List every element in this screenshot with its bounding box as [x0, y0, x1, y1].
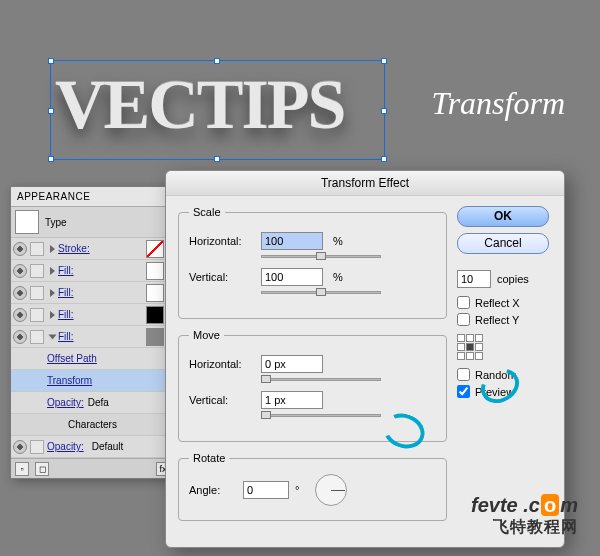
- move-vertical-input[interactable]: [261, 391, 323, 409]
- angle-dial[interactable]: [315, 474, 347, 506]
- dialog-title: Transform Effect: [166, 171, 564, 196]
- chevron-right-icon[interactable]: [50, 289, 55, 297]
- fill-swatch[interactable]: [146, 262, 164, 280]
- opacity-row-2[interactable]: Opacity: Default: [11, 436, 174, 458]
- fill-row-4[interactable]: Fill:: [11, 326, 174, 348]
- preview-label: Preview: [475, 386, 514, 398]
- fill-label[interactable]: Fill:: [58, 287, 74, 298]
- anchor-grid-icon[interactable]: [457, 334, 483, 360]
- copies-input[interactable]: [457, 270, 491, 288]
- visibility-icon[interactable]: [13, 264, 27, 278]
- type-swatch: [15, 210, 39, 234]
- percent-unit: %: [333, 271, 343, 283]
- chevron-right-icon[interactable]: [50, 311, 55, 319]
- watermark-sub: 飞特教程网: [471, 517, 578, 538]
- visibility-icon[interactable]: [13, 286, 27, 300]
- reflect-x-label: Reflect X: [475, 297, 520, 309]
- appearance-panel: APPEARANCE Type Stroke: Fill: Fill: Fill…: [10, 186, 175, 479]
- preview-row[interactable]: Preview: [457, 385, 552, 398]
- opacity-row[interactable]: Opacity: Defa: [11, 392, 174, 414]
- opacity-value: Default: [92, 441, 124, 452]
- chevron-right-icon[interactable]: [50, 267, 55, 275]
- characters-row[interactable]: Characters: [11, 414, 174, 436]
- reflect-y-row[interactable]: Reflect Y: [457, 313, 552, 326]
- type-label: Type: [45, 217, 67, 228]
- scale-vertical-input[interactable]: [261, 268, 323, 286]
- reflect-y-label: Reflect Y: [475, 314, 519, 326]
- move-horizontal-slider[interactable]: [261, 375, 381, 385]
- scale-horizontal-label: Horizontal:: [189, 235, 261, 247]
- move-legend: Move: [189, 329, 224, 341]
- reflect-x-row[interactable]: Reflect X: [457, 296, 552, 309]
- fill-row-3[interactable]: Fill:: [11, 304, 174, 326]
- preview-checkbox[interactable]: [457, 385, 470, 398]
- random-row[interactable]: Random: [457, 368, 552, 381]
- watermark: fevte .com 飞特教程网: [471, 494, 578, 538]
- angle-input[interactable]: [243, 481, 289, 499]
- fill-row-2[interactable]: Fill:: [11, 282, 174, 304]
- heading-transform: Transform: [432, 85, 565, 122]
- no-fill-icon[interactable]: ▫: [15, 462, 29, 476]
- appearance-footer: ▫ ◻ fx: [11, 458, 174, 478]
- fill-row-1[interactable]: Fill:: [11, 260, 174, 282]
- transform-label[interactable]: Transform: [47, 375, 92, 386]
- fill-label[interactable]: Fill:: [58, 331, 74, 342]
- visibility-icon[interactable]: [13, 440, 27, 454]
- ok-button[interactable]: OK: [457, 206, 549, 227]
- visibility-icon[interactable]: [13, 330, 27, 344]
- fill-swatch[interactable]: [146, 284, 164, 302]
- move-vertical-label: Vertical:: [189, 394, 261, 406]
- move-horizontal-input[interactable]: [261, 355, 323, 373]
- offset-path-label[interactable]: Offset Path: [47, 353, 97, 364]
- watermark-o-icon: o: [541, 494, 559, 516]
- copies-label: copies: [497, 273, 529, 285]
- angle-label: Angle:: [189, 484, 237, 496]
- scale-vertical-slider[interactable]: [261, 288, 381, 298]
- rotate-group: Rotate Angle: °: [178, 452, 447, 521]
- fill-swatch[interactable]: [146, 306, 164, 324]
- chevron-down-icon[interactable]: [49, 334, 57, 339]
- opacity-label[interactable]: Opacity:: [47, 441, 84, 452]
- move-vertical-slider[interactable]: [261, 411, 381, 421]
- appearance-tab[interactable]: APPEARANCE: [11, 187, 174, 207]
- fill-label[interactable]: Fill:: [58, 309, 74, 320]
- offset-path-row[interactable]: Offset Path: [11, 348, 174, 370]
- visibility-icon[interactable]: [13, 242, 27, 256]
- move-horizontal-label: Horizontal:: [189, 358, 261, 370]
- reflect-x-checkbox[interactable]: [457, 296, 470, 309]
- transform-effect-dialog: Transform Effect Scale Horizontal: % Ver…: [165, 170, 565, 548]
- watermark-m: m: [560, 494, 578, 516]
- degree-unit: °: [295, 484, 299, 496]
- scale-vertical-label: Vertical:: [189, 271, 261, 283]
- random-checkbox[interactable]: [457, 368, 470, 381]
- transform-effect-row[interactable]: Transform: [11, 370, 174, 392]
- artwork-text: VECTIPS: [55, 65, 344, 145]
- opacity-value: Defa: [88, 397, 109, 408]
- appearance-type-row: Type: [11, 207, 174, 238]
- cancel-button[interactable]: Cancel: [457, 233, 549, 254]
- clear-icon[interactable]: ◻: [35, 462, 49, 476]
- random-label: Random: [475, 369, 517, 381]
- stroke-row[interactable]: Stroke:: [11, 238, 174, 260]
- scale-horizontal-input[interactable]: [261, 232, 323, 250]
- stroke-swatch[interactable]: [146, 240, 164, 258]
- scale-group: Scale Horizontal: % Vertical: %: [178, 206, 447, 319]
- fill-label[interactable]: Fill:: [58, 265, 74, 276]
- fill-swatch[interactable]: [146, 328, 164, 346]
- reflect-y-checkbox[interactable]: [457, 313, 470, 326]
- visibility-icon[interactable]: [13, 308, 27, 322]
- rotate-legend: Rotate: [189, 452, 229, 464]
- scale-horizontal-slider[interactable]: [261, 252, 381, 262]
- scale-legend: Scale: [189, 206, 225, 218]
- watermark-brand: fevte: [471, 494, 518, 516]
- percent-unit: %: [333, 235, 343, 247]
- move-group: Move Horizontal: Vertical:: [178, 329, 447, 442]
- stroke-label[interactable]: Stroke:: [58, 243, 90, 254]
- watermark-dotc: .c: [523, 494, 540, 516]
- chevron-right-icon[interactable]: [50, 245, 55, 253]
- characters-label: Characters: [68, 419, 117, 430]
- opacity-label[interactable]: Opacity:: [47, 397, 84, 408]
